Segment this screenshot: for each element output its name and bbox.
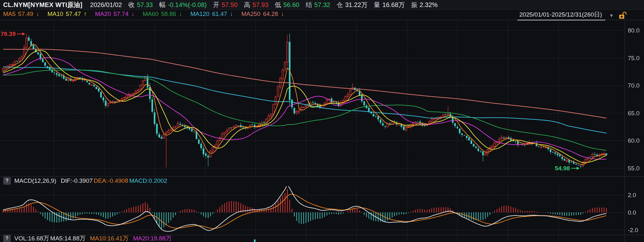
unlock-icon[interactable]: [619, 12, 627, 19]
date-range-button[interactable]: 2025/01/01-2025/12/31(260日): [517, 11, 605, 20]
ma5-legend: MA557.49↓: [3, 11, 39, 18]
field-settle: 结57.32: [306, 1, 330, 9]
macd-title: MACD(12,26,9): [14, 177, 56, 184]
field-open-interest: 仓31.22万: [337, 1, 368, 9]
date-range-control[interactable]: 2025/01/01-2025/12/31(260日) ▼: [517, 11, 627, 20]
ma-legend-bar: MA557.49↓ MA1057.47↑ MA2057.74↓ MA6058.8…: [3, 11, 292, 18]
ma250-legend: MA25064.28↓: [241, 11, 284, 18]
vol-help-icon[interactable]: ?: [3, 235, 11, 242]
field-high: 高57.93: [244, 1, 269, 9]
trading-app: { "palette":{"bg":"#0d0f13","panel_line"…: [0, 0, 644, 242]
macd-help-icon[interactable]: ?: [3, 177, 11, 185]
field-open: 开57.50: [213, 1, 237, 9]
ma10-legend: MA1057.47↑: [47, 11, 87, 18]
vol-value: VOL:16.68万: [14, 234, 49, 242]
chevron-down-icon[interactable]: ▼: [609, 13, 614, 18]
quote-header-bar: CL.NYM[NYMEX WTI原油] 2026/01/02 收57.33 幅-…: [0, 0, 644, 10]
field-volume: 量16.68万: [374, 1, 405, 9]
field-change: 幅-0.14%(-0.08): [159, 1, 206, 9]
field-low: 低56.60: [275, 1, 299, 9]
kline-chart-canvas[interactable]: [0, 0, 644, 242]
macd-hist-value: MACD:0.2002: [129, 177, 167, 184]
macd-dif-value: DIF:-0.3907: [61, 177, 93, 184]
symbol-title: CL.NYM[NYMEX WTI原油]: [3, 1, 82, 9]
vol-ma5-value: MA5:14.88万: [50, 234, 86, 242]
quote-date: 2026/01/02: [90, 1, 122, 9]
field-close: 收57.33: [128, 1, 153, 9]
vol-ma10-value: MA10:16.41万: [90, 234, 129, 242]
ma120-legend: MA12061.47↓: [190, 11, 233, 18]
vol-ma20-value: MA20:19.88万: [133, 234, 172, 242]
field-amplitude: 振2.32%: [411, 1, 438, 9]
macd-dea-value: DEA:-0.4908: [94, 177, 128, 184]
macd-header: ? MACD(12,26,9) DIF:-0.3907 DEA:-0.4908 …: [3, 177, 167, 185]
ma20-legend: MA2057.74↓: [95, 11, 135, 18]
ma60-legend: MA6058.86↓: [143, 11, 182, 18]
volume-header: ? VOL:16.68万 MA5:14.88万 MA10:16.41万 MA20…: [3, 234, 172, 242]
